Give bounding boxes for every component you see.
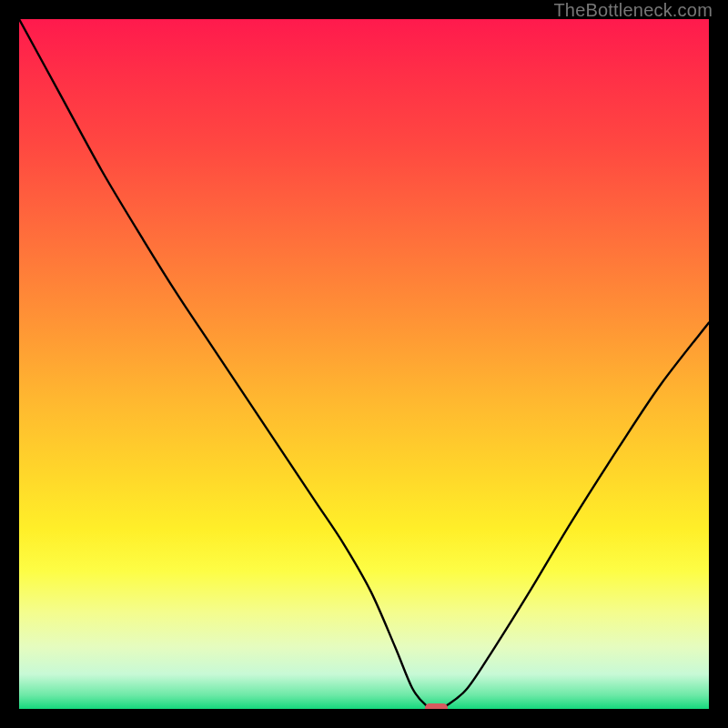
- bottleneck-curve: [19, 19, 709, 709]
- chart-frame: TheBottleneck.com: [0, 0, 728, 728]
- watermark-text: TheBottleneck.com: [553, 0, 713, 21]
- bottleneck-marker: [425, 703, 448, 709]
- plot-area: [19, 19, 709, 709]
